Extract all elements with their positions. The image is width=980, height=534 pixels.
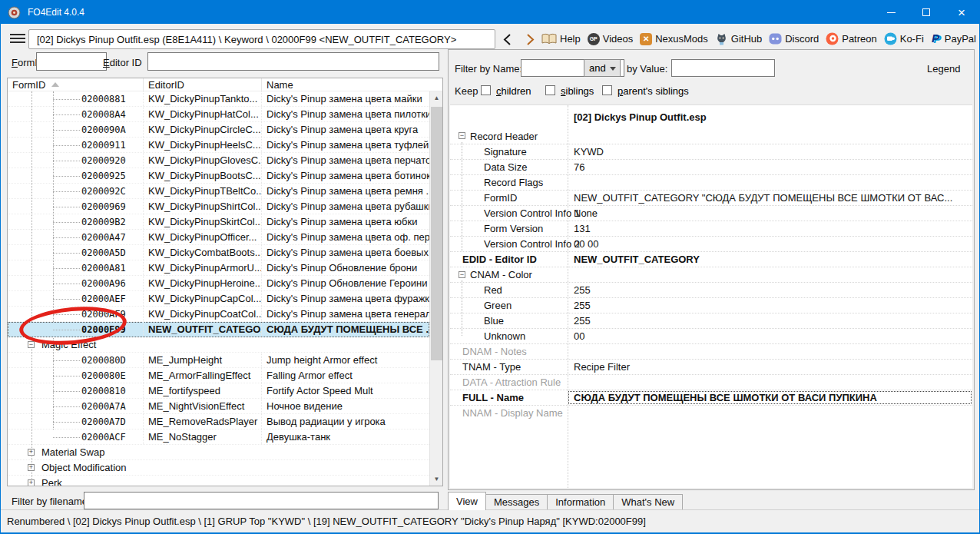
table-row-selected[interactable]: 02000F99NEW_OUTFIT_CATEGO...СЮДА БУДУТ П… xyxy=(8,322,429,337)
detail-row-green[interactable]: Green255 xyxy=(450,297,972,313)
keep-siblings-checkbox[interactable] xyxy=(545,85,555,95)
table-row[interactable]: 02000A47KW_DickyPinupOfficer...Dicky's P… xyxy=(8,230,429,245)
gamerpoets-icon: GP xyxy=(588,33,600,45)
tab-whats-new[interactable]: What's New xyxy=(613,494,683,510)
filter-operator-select[interactable]: and xyxy=(584,59,621,77)
detail-row-formid[interactable]: FormIDNEW_OUTFIT_CATEGORY "СЮДА БУДУТ ПО… xyxy=(450,190,972,205)
keep-parents-siblings-checkbox[interactable] xyxy=(602,85,612,95)
table-row[interactable]: 02000A81KW_DickyPinupArmorU...Dicky's Pi… xyxy=(8,260,429,276)
table-row[interactable]: 02000881KW_DickyPinupTankto...Dicky's Pi… xyxy=(8,91,429,107)
fo4edit-window: FO4Edit 4.0.4 × [02] Dickys Pinup Outfit… xyxy=(0,0,980,534)
detail-row-tnam[interactable]: TNAM - TypeRecipe Filter xyxy=(450,359,972,374)
table-row[interactable]: 02000AF9KW_DickyPinupCoatCol...Dicky's P… xyxy=(8,307,429,322)
kofi-link[interactable]: Ko-Fi xyxy=(884,32,924,45)
keep-parents-siblings-label[interactable]: parent's siblings xyxy=(617,85,689,97)
paypal-label: PayPal xyxy=(945,33,976,45)
paypal-link[interactable]: P P PayPal xyxy=(931,32,976,45)
editor-id-input[interactable] xyxy=(147,52,439,71)
column-header-formid[interactable]: FormID xyxy=(8,78,144,91)
detail-row-unknown[interactable]: Unknown00 xyxy=(450,328,972,343)
close-button[interactable]: × xyxy=(944,1,979,24)
tab-information[interactable]: Information xyxy=(547,494,614,510)
tree-group-object-modification[interactable]: +Object Modification xyxy=(8,460,429,476)
tab-messages[interactable]: Messages xyxy=(485,494,548,510)
tab-view[interactable]: View xyxy=(448,492,486,510)
legend-button[interactable]: Legend xyxy=(927,63,960,75)
nexusmods-icon: ✕ xyxy=(640,33,652,45)
nexusmods-link[interactable]: ✕ NexusMods xyxy=(640,33,708,45)
scrollbar-thumb[interactable] xyxy=(431,107,442,360)
scroll-down-icon[interactable]: ▼ xyxy=(430,473,443,486)
table-row[interactable]: 02000925KW_DickyPinupBootsC...Dicky's Pi… xyxy=(8,168,429,184)
tree-group-magic-effect[interactable]: −Magic Effect xyxy=(8,337,429,353)
collapse-icon[interactable]: − xyxy=(459,271,465,278)
by-value-label: by Value: xyxy=(627,63,667,75)
detail-row-red[interactable]: Red255 xyxy=(450,282,972,297)
keep-siblings-label[interactable]: siblings xyxy=(561,85,594,97)
detail-row-record-flags[interactable]: Record Flags xyxy=(450,174,972,190)
vertical-scrollbar[interactable]: ▲ ▼ xyxy=(429,91,442,486)
videos-link[interactable]: GP Videos xyxy=(588,33,634,45)
filter-by-value-input[interactable] xyxy=(671,59,775,77)
github-link[interactable]: GitHub xyxy=(715,32,762,45)
table-row[interactable]: 0200080DME_JumpHeightJump height Armor e… xyxy=(8,353,429,368)
collapse-icon[interactable]: − xyxy=(28,341,35,348)
detail-row-full-name[interactable]: FULL - NameСЮДА БУДУТ ПОМЕЩЕНЫ ВСЕ ШМОТК… xyxy=(450,390,972,405)
breadcrumb[interactable]: [02] Dickys Pinup Outfit.esp (E8E1A411) … xyxy=(28,29,495,49)
table-row[interactable]: 02000ACFME_NoStaggerДевушка-танк xyxy=(8,430,429,445)
expand-icon[interactable]: + xyxy=(28,464,35,471)
expand-icon[interactable]: + xyxy=(28,479,35,486)
table-row[interactable]: 0200080EME_ArmorFallingEffectFalling Arm… xyxy=(8,368,429,383)
github-icon xyxy=(715,32,728,45)
column-header-editorid[interactable]: EditorID xyxy=(144,78,262,91)
table-row[interactable]: 02000A7AME_NightVisionEffectНочное виден… xyxy=(8,399,429,414)
detail-row-version-control-1[interactable]: Version Control Info 1None xyxy=(450,205,972,221)
collapse-icon[interactable]: − xyxy=(459,132,465,139)
minimize-icon xyxy=(887,12,896,13)
back-button[interactable] xyxy=(498,30,515,48)
table-row[interactable]: 02000969KW_DickyPinupShirtCol...Dicky's … xyxy=(8,199,429,214)
table-row[interactable]: 02000810ME_fortifyspeedFortify Actor Spe… xyxy=(8,383,429,399)
detail-row-form-version[interactable]: Form Version131 xyxy=(450,221,972,236)
discord-icon xyxy=(769,32,782,45)
keep-children-checkbox[interactable] xyxy=(481,85,491,95)
detail-row-version-control-2[interactable]: Version Control Info 200 00 xyxy=(450,236,972,251)
menu-icon[interactable] xyxy=(10,34,25,43)
table-header: FormID EditorID Name xyxy=(8,78,442,91)
discord-link[interactable]: Discord xyxy=(769,32,819,45)
table-row[interactable]: 02000A96KW_DickyPinupHeroine...Dicky's P… xyxy=(8,276,429,291)
filter-by-name-label: Filter by Name: xyxy=(455,63,522,75)
detail-row-nnam[interactable]: NNAM - Display Name xyxy=(450,405,972,420)
formid-input[interactable] xyxy=(36,52,107,71)
tree-group-perk[interactable]: +Perk xyxy=(8,476,429,486)
minimize-button[interactable] xyxy=(873,1,909,24)
detail-row-signature[interactable]: SignatureKYWD xyxy=(450,144,972,159)
maximize-button[interactable] xyxy=(909,1,944,24)
detail-row-edid[interactable]: EDID - Editor IDNEW_OUTFIT_CATEGORY xyxy=(450,251,972,267)
scroll-up-icon[interactable]: ▲ xyxy=(430,91,443,104)
table-row[interactable]: 02000A7DME_RemoveRadsPlayerВывод радиаци… xyxy=(8,414,429,430)
table-row[interactable]: 0200092CKW_DickyPinupTBeltCo...Dicky's P… xyxy=(8,184,429,199)
table-row[interactable]: 020009B2KW_DickyPinupSkirtCol...Dicky's … xyxy=(8,214,429,230)
plugin-column-header[interactable]: [02] Dickys Pinup Outfit.esp xyxy=(574,111,707,123)
detail-row-blue[interactable]: Blue255 xyxy=(450,313,972,328)
detail-row-data-size[interactable]: Data Size76 xyxy=(450,159,972,174)
table-row[interactable]: 02000911KW_DickyPinupHeelsC...Dicky's Pi… xyxy=(8,138,429,153)
detail-row-dnam[interactable]: DNAM - Notes xyxy=(450,343,972,359)
table-row[interactable]: 02000AEFKW_DickyPinupCapCol...Dicky's Pi… xyxy=(8,291,429,307)
detail-row-record-header[interactable]: −Record Header xyxy=(450,128,972,144)
filename-filter-input[interactable] xyxy=(84,492,439,509)
table-row[interactable]: 020008A4KW_DickyPinupHatCol...Dicky's Pi… xyxy=(8,107,429,122)
detail-row-data-attraction[interactable]: DATA - Attraction Rule xyxy=(450,374,972,390)
expand-icon[interactable]: + xyxy=(28,449,35,456)
table-row[interactable]: 02000A5DKW_DickyCombatBoots...Dicky's Pi… xyxy=(8,245,429,260)
table-row[interactable]: 02000920KW_DickyPinupGlovesC...Dicky's P… xyxy=(8,153,429,168)
table-row[interactable]: 0200090AKW_DickyPinupCircleC...Dicky's P… xyxy=(8,122,429,138)
column-header-name[interactable]: Name xyxy=(262,78,442,91)
help-link[interactable]: Help xyxy=(541,33,581,45)
keep-children-label[interactable]: children xyxy=(496,85,531,97)
forward-button[interactable] xyxy=(521,30,538,48)
tree-group-material-swap[interactable]: +Material Swap xyxy=(8,445,429,460)
detail-row-cnam[interactable]: −CNAM - Color xyxy=(450,267,972,282)
patreon-link[interactable]: Patreon xyxy=(826,32,877,45)
